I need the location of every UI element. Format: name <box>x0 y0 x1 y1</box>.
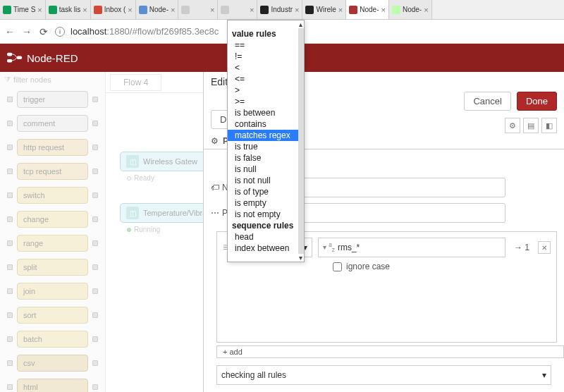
tab-label: Industr <box>271 6 293 13</box>
url-path: :1880/#flow/bf269f85.3ec8c <box>106 26 219 37</box>
dropdown-item[interactable]: >= <box>228 96 298 107</box>
browser-tab[interactable]: Node-× <box>389 0 432 19</box>
dropdown-item[interactable]: != <box>228 51 298 62</box>
dropdown-item[interactable]: matches regex <box>228 130 298 141</box>
browser-tab-strip: Time S×task lis×Inbox (×Node-×××Industr×… <box>0 0 564 20</box>
site-info-icon[interactable]: i <box>55 27 65 37</box>
rule-value-input[interactable]: ▾ az rms_* <box>318 238 505 257</box>
url-host: localhost <box>70 26 106 37</box>
close-icon[interactable]: × <box>210 6 214 14</box>
tab-favicon-icon <box>349 6 357 14</box>
doc-icon[interactable]: ▤ <box>523 118 539 133</box>
scroll-down-icon[interactable]: ▾ <box>228 254 304 262</box>
svg-rect-1 <box>7 59 12 63</box>
nodered-logo-icon <box>7 51 23 64</box>
dropdown-item[interactable]: is empty <box>228 197 298 209</box>
add-label: add <box>229 348 242 356</box>
tab-favicon-icon <box>49 6 57 14</box>
tab-label: Inbox ( <box>104 6 126 13</box>
reload-icon[interactable]: ⟳ <box>38 26 49 37</box>
tab-favicon-icon <box>181 6 190 14</box>
tab-favicon-icon <box>392 6 400 14</box>
tab-label: Wirele <box>316 6 336 13</box>
rule-value-text: rms_* <box>338 243 360 252</box>
dropdown-item[interactable]: > <box>228 85 298 96</box>
close-icon[interactable]: × <box>424 6 428 14</box>
done-button[interactable]: Done <box>517 92 557 111</box>
dropdown-item[interactable]: is of type <box>228 186 298 197</box>
pin-icon[interactable]: ◧ <box>541 118 557 133</box>
browser-tab[interactable]: Wirele× <box>302 0 346 19</box>
close-icon[interactable]: × <box>171 6 175 14</box>
scroll-up-icon[interactable]: ▴ <box>228 20 304 28</box>
browser-tab[interactable]: Inbox (× <box>91 0 136 19</box>
close-icon[interactable]: × <box>250 6 254 14</box>
tab-favicon-icon <box>221 6 229 14</box>
tab-favicon-icon <box>139 6 147 14</box>
tab-label: Time S <box>13 6 35 13</box>
browser-tab[interactable]: × <box>178 0 218 19</box>
chevron-down-icon: ▾ <box>542 370 546 380</box>
tab-favicon-icon <box>3 6 11 14</box>
rule-output-indicator: → 1 <box>511 243 532 252</box>
tab-favicon-icon <box>260 6 269 14</box>
browser-tab[interactable]: Node-× <box>136 0 179 19</box>
tab-label: Node- <box>403 6 422 13</box>
browser-tab[interactable]: Node-× <box>346 0 389 19</box>
close-icon[interactable]: × <box>381 6 386 14</box>
rule-type-dropdown[interactable]: ▴ value rules==!=<<=>>=is betweencontain… <box>227 20 305 262</box>
close-icon[interactable]: × <box>128 6 132 14</box>
ignore-case-checkbox[interactable] <box>333 262 342 271</box>
forward-icon[interactable]: → <box>21 26 32 37</box>
dropdown-item[interactable]: head <box>228 231 298 243</box>
dropdown-item[interactable]: == <box>228 39 298 51</box>
dropdown-item[interactable]: < <box>228 62 298 73</box>
tag-icon: 🏷 <box>211 183 219 192</box>
dropdown-item[interactable]: is not empty <box>228 209 298 220</box>
tab-label: Node- <box>360 6 379 13</box>
cancel-button[interactable]: Cancel <box>464 92 510 111</box>
ignore-case-label: ignore case <box>346 262 390 271</box>
add-rule-button[interactable]: + add <box>216 345 564 358</box>
value-type-icon: ▾ az <box>323 241 335 253</box>
dropdown-group-header: value rules <box>228 28 298 39</box>
close-icon[interactable]: × <box>295 6 299 14</box>
dropdown-item[interactable]: index between <box>228 243 298 254</box>
dropdown-item[interactable]: is true <box>228 141 298 152</box>
plus-icon: + <box>223 348 227 356</box>
tab-favicon-icon <box>94 6 102 14</box>
checking-rules-value: checking all rules <box>221 370 286 380</box>
properties-gear-icon: ⚙ <box>211 136 219 146</box>
dropdown-item[interactable]: is not null <box>228 175 298 186</box>
ignore-case-row: ignore case <box>333 262 551 271</box>
tab-favicon-icon <box>305 6 314 14</box>
svg-rect-2 <box>17 56 22 59</box>
browser-tab[interactable]: task lis× <box>46 0 91 19</box>
browser-tab[interactable]: × <box>218 0 257 19</box>
browser-tab[interactable]: Industr× <box>257 0 302 19</box>
tab-label: task lis <box>59 6 81 13</box>
dropdown-item[interactable]: <= <box>228 73 298 85</box>
nodered-title: Node-RED <box>27 52 78 64</box>
close-icon[interactable]: × <box>338 6 343 14</box>
gear-icon[interactable]: ⚙ <box>505 118 520 133</box>
panel-action-icons: ⚙ ▤ ◧ <box>505 118 557 133</box>
dropdown-item[interactable]: is false <box>228 152 298 164</box>
close-icon[interactable]: × <box>82 6 87 14</box>
url-text[interactable]: localhost:1880/#flow/bf269f85.3ec8c <box>70 26 219 37</box>
dropdown-item[interactable]: is between <box>228 107 298 118</box>
delete-rule-button[interactable]: ✕ <box>538 241 551 254</box>
dropdown-group-header: sequence rules <box>228 220 298 231</box>
checking-rules-select[interactable]: checking all rules ▾ <box>216 365 551 385</box>
back-icon[interactable]: ← <box>4 26 16 37</box>
svg-rect-0 <box>7 53 12 56</box>
tab-label: Node- <box>149 6 168 13</box>
dots-icon: ⋯ <box>211 208 219 218</box>
browser-tab[interactable]: Time S× <box>0 0 46 19</box>
dropdown-scroll: value rules==!=<<=>>=is betweencontainsm… <box>228 28 304 254</box>
close-icon[interactable]: × <box>37 6 42 14</box>
dropdown-item[interactable]: contains <box>228 118 298 130</box>
dropdown-item[interactable]: is null <box>228 164 298 175</box>
